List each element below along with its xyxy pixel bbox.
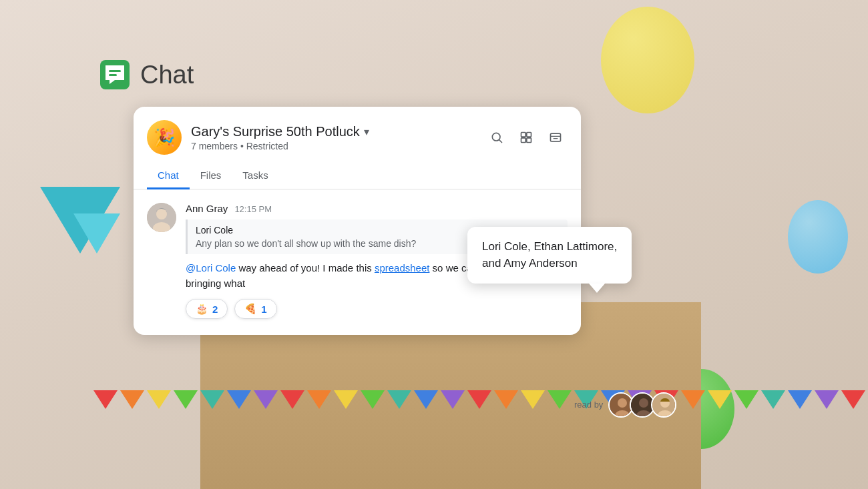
- group-avatar: 🎉: [147, 120, 182, 155]
- flag: [548, 390, 572, 409]
- svg-rect-5: [521, 133, 526, 137]
- flag: [361, 390, 385, 409]
- flag: [227, 390, 251, 409]
- reactions: 🎂 2 🍕 1: [186, 299, 568, 319]
- app-header: Chat: [100, 60, 194, 89]
- read-by-label: read by: [574, 400, 603, 410]
- amy-anderson-avatar: [652, 394, 676, 418]
- card-tabs: Chat Files Tasks: [134, 163, 581, 189]
- layout-icon: [519, 131, 533, 144]
- message-time: 12:15 PM: [234, 204, 272, 214]
- flag: [254, 390, 278, 409]
- svg-point-16: [618, 398, 627, 408]
- flag: [467, 390, 491, 409]
- reaction-pizza[interactable]: 🍕 1: [234, 299, 276, 319]
- flag: [120, 390, 144, 409]
- popup-names-text: Lori Cole, Ethan Lattimore,and Amy Ander…: [482, 240, 617, 270]
- group-name-button[interactable]: Gary's Surprise 50th Potluck ▾: [191, 124, 369, 139]
- read-avatar-3: [651, 392, 676, 418]
- svg-rect-1: [109, 70, 121, 72]
- svg-rect-7: [521, 138, 526, 143]
- popup-names: Lori Cole, Ethan Lattimore,and Amy Ander…: [482, 239, 617, 272]
- card-actions: [485, 125, 568, 149]
- group-meta: 7 members • Restricted: [191, 141, 369, 151]
- sender-avatar: [147, 203, 176, 232]
- google-chat-icon: [100, 60, 130, 89]
- ann-gray-avatar-img: [147, 203, 176, 232]
- group-info: 🎉 Gary's Surprise 50th Potluck ▾ 7 membe…: [147, 120, 369, 155]
- read-by-section: read by: [574, 340, 855, 469]
- search-icon: [490, 131, 503, 144]
- search-button[interactable]: [485, 125, 509, 149]
- cake-count: 2: [212, 304, 218, 315]
- message-meta: Ann Gray 12:15 PM: [186, 203, 568, 214]
- flag: [200, 390, 224, 409]
- chat-card: 🎉 Gary's Surprise 50th Potluck ▾ 7 membe…: [134, 107, 581, 335]
- tab-chat[interactable]: Chat: [147, 163, 190, 189]
- app-title: Chat: [140, 61, 194, 89]
- flag: [441, 390, 465, 409]
- triangle-teal-small: [73, 213, 120, 254]
- svg-line-4: [499, 140, 502, 143]
- reaction-cake[interactable]: 🎂 2: [186, 299, 228, 319]
- svg-point-13: [156, 209, 167, 219]
- cake-emoji: 🎂: [196, 303, 208, 315]
- chevron-down-icon: ▾: [364, 125, 369, 138]
- flag: [414, 390, 438, 409]
- flag: [93, 390, 118, 409]
- balloon-blue: [788, 200, 848, 274]
- flag: [387, 390, 411, 409]
- svg-rect-8: [527, 138, 531, 143]
- read-avatars: [608, 392, 676, 418]
- read-by-popup: Lori Cole, Ethan Lattimore,and Amy Ander…: [467, 227, 632, 284]
- svg-point-19: [639, 398, 648, 408]
- flag: [494, 390, 518, 409]
- svg-rect-6: [527, 133, 531, 137]
- pizza-count: 1: [261, 304, 266, 315]
- chat-info-button[interactable]: [544, 125, 568, 149]
- sender-name: Ann Gray: [186, 203, 228, 214]
- flag: [280, 390, 304, 409]
- flag: [307, 390, 331, 409]
- pizza-emoji: 🍕: [244, 303, 257, 315]
- flag: [334, 390, 358, 409]
- spreadsheet-link[interactable]: spreadsheet: [375, 262, 430, 274]
- flag: [147, 390, 171, 409]
- balloon-yellow: [601, 7, 694, 113]
- flag: [521, 390, 545, 409]
- svg-rect-9: [551, 133, 561, 141]
- svg-rect-2: [109, 74, 117, 76]
- group-text: Gary's Surprise 50th Potluck ▾ 7 members…: [191, 124, 369, 151]
- layout-button[interactable]: [514, 125, 538, 149]
- chat-info-icon: [549, 131, 562, 144]
- card-header: 🎉 Gary's Surprise 50th Potluck ▾ 7 membe…: [134, 107, 581, 155]
- tab-files[interactable]: Files: [190, 163, 232, 189]
- flag: [174, 390, 198, 409]
- tab-tasks[interactable]: Tasks: [232, 163, 278, 189]
- mention[interactable]: @Lori Cole: [186, 262, 236, 274]
